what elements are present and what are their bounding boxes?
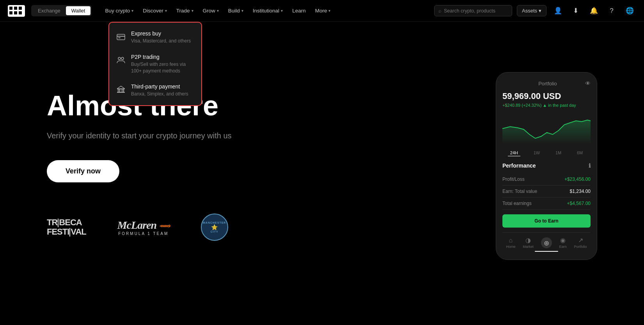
profit-loss-row: Profit/Loss +$23,456.00 [502,173,591,185]
hero-section: Almost there Verify your identity to sta… [0,22,644,302]
nav-item-grow[interactable]: Grow ▾ [199,5,223,16]
svg-point-11 [121,57,124,60]
svg-rect-2 [14,7,17,10]
nav-item-institutional[interactable]: Institutional ▾ [249,5,287,16]
nav-item-trade[interactable]: Trade ▾ [172,5,197,16]
info-icon[interactable]: ℹ [589,162,591,169]
search-input[interactable] [444,8,508,14]
hero-subtitle: Verify your identity to start your crypt… [47,130,312,141]
total-earnings-row: Total earnings +$4,567.00 [502,198,591,210]
phone-mockup: Portfolio 👁 59,969.00 USD +$240.89 (+24.… [496,72,597,260]
search-box[interactable]: ⌕ [434,5,512,16]
portfolio-icon: ↗ [578,237,583,244]
tab-1w[interactable]: 1W [531,150,543,156]
svg-rect-3 [9,11,12,14]
svg-rect-5 [14,11,17,14]
buy-crypto-dropdown: Express buy Visa, Mastercard, and others… [108,22,202,106]
phone-nav-portfolio[interactable]: ↗ Portfolio [574,237,587,249]
home-icon: ⌂ [509,237,513,244]
third-party-title: Third-party payment [131,83,188,90]
hero-content: Almost there Verify your identity to sta… [47,91,312,241]
svg-rect-6 [19,11,22,14]
tab-6m[interactable]: 6M [575,150,585,156]
phone-time-tabs: 24H 1W 1M 6M [502,150,591,156]
svg-rect-16 [123,89,124,92]
phone-nav-home[interactable]: ⌂ Home [506,237,515,249]
nav-item-buy-crypto[interactable]: Buy crypto ▾ [101,5,137,16]
earn-icon: ◉ [560,237,566,244]
mclaren-logo: McLaren ⟿ FORMULA 1 TEAM [117,219,170,236]
p2p-desc: Buy/Sell with zero fees via 100+ payment… [131,61,195,74]
language-icon[interactable]: 🌐 [623,4,636,18]
chevron-down-icon: ▾ [192,9,193,13]
phone-nav-earn[interactable]: ◉ Earn [559,237,567,249]
tab-24h[interactable]: 24H [508,150,520,156]
chevron-down-icon: ▾ [539,8,541,14]
nav-item-learn[interactable]: Learn [288,5,310,16]
tab-1m[interactable]: 1M [553,150,564,156]
third-party-desc: Banxa, Simplex, and others [131,91,188,97]
market-icon: ◑ [525,237,531,244]
phone-header: Portfolio 👁 [502,80,591,87]
download-icon[interactable]: ⬇ [569,4,582,18]
earn-total-row: Earn: Total value $1,234.00 [502,185,591,198]
phone-nav-market[interactable]: ◑ Market [523,237,534,249]
portfolio-amount: 59,969.00 USD [502,91,591,101]
express-buy-item[interactable]: Express buy Visa, Mastercard, and others [109,26,201,49]
express-buy-title: Express buy [131,30,191,37]
chevron-down-icon: ▾ [165,9,167,13]
svg-rect-17 [117,92,125,93]
nav-right: ⌕ Assets ▾ 👤 ⬇ 🔔 ? 🌐 [434,4,636,18]
exchange-wallet-toggle: Exchange Wallet [31,5,92,16]
card-icon [115,31,126,42]
express-buy-desc: Visa, Mastercard, and others [131,38,191,44]
svg-rect-4 [19,7,22,10]
phone-nav-center[interactable]: ◎ [541,237,552,248]
portfolio-change: +$240.89 (+24.32%) ▲ in the past day [502,103,591,108]
navbar: Exchange Wallet Buy crypto ▾ Discover ▾ … [0,0,644,22]
assets-button[interactable]: Assets ▾ [517,5,546,16]
svg-point-10 [118,57,121,60]
go-to-earn-button[interactable]: Go to Earn [502,214,591,228]
exchange-toggle-btn[interactable]: Exchange [32,6,66,15]
chevron-down-icon: ▾ [281,9,283,13]
svg-rect-12 [117,88,125,89]
nav-item-build[interactable]: Build ▾ [224,5,247,16]
third-party-item[interactable]: Third-party payment Banxa, Simplex, and … [109,79,201,102]
chevron-down-icon: ▾ [217,9,219,13]
verify-now-button[interactable]: Verify now [47,160,119,182]
svg-rect-9 [118,37,121,38]
phone-bottom-nav: ⌂ Home ◑ Market ◎ ◉ Earn ↗ Portfolio [502,232,591,249]
portfolio-chart [502,113,591,144]
chevron-down-icon: ▾ [241,9,243,13]
phone-nav-indicator [535,251,558,252]
svg-rect-8 [117,36,125,37]
express-buy-text: Express buy Visa, Mastercard, and others [131,30,191,44]
svg-rect-14 [119,89,120,92]
p2p-trading-item[interactable]: P2P trading Buy/Sell with zero fees via … [109,49,201,79]
nav-item-more[interactable]: More ▾ [311,5,335,16]
third-party-text: Third-party payment Banxa, Simplex, and … [131,83,188,97]
notification-icon[interactable]: 🔔 [587,4,600,18]
manchester-city-logo: MANCHESTER ⭐ CITY [201,214,228,241]
svg-rect-13 [118,89,119,92]
tribeca-logo: TRBECA FESTIVAL [47,218,86,237]
okx-logo[interactable] [8,5,25,17]
nav-menu: Buy crypto ▾ Discover ▾ Trade ▾ Grow ▾ B… [101,5,434,16]
partners-section: TRBECA FESTIVAL McLaren ⟿ FORMULA 1 TEAM [47,214,312,241]
search-icon: ⌕ [438,8,442,14]
nav-item-discover[interactable]: Discover ▾ [139,5,171,16]
p2p-title: P2P trading [131,54,195,60]
user-icon[interactable]: 👤 [551,4,564,18]
svg-rect-15 [122,89,122,92]
eye-icon[interactable]: 👁 [585,80,591,87]
wallet-toggle-btn[interactable]: Wallet [66,6,91,15]
performance-section-title: Performance ℹ [502,162,591,169]
help-icon[interactable]: ? [605,4,618,18]
people-icon [115,55,126,65]
chevron-down-icon: ▾ [328,9,330,13]
portfolio-label: Portfolio [510,81,585,87]
p2p-text: P2P trading Buy/Sell with zero fees via … [131,54,195,74]
center-icon: ◎ [541,237,552,248]
svg-rect-7 [117,34,125,40]
